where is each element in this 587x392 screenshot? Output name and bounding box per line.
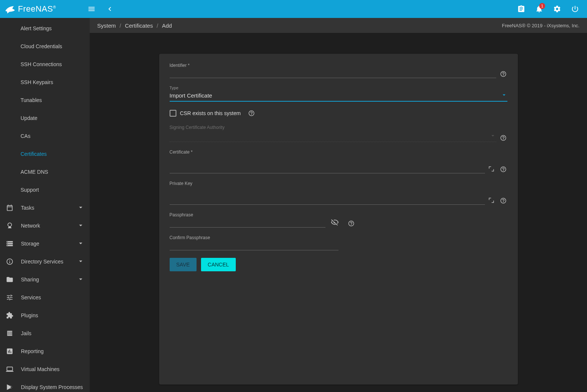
private-key-help-button[interactable] [499,197,507,205]
certificate-fullscreen-button[interactable] [488,166,495,173]
sidebar-item-label: Tasks [21,205,34,211]
chevron-down-icon [77,257,84,266]
certificate-label: Certificate * [170,149,485,155]
private-key-fullscreen-button[interactable] [488,197,495,205]
form-card: Identifier * Type Import Certificate [159,54,518,385]
csr-help-button[interactable] [247,109,256,117]
sidebar-item-jails[interactable]: Jails [0,324,90,342]
passphrase-input[interactable] [170,217,325,228]
topbar-left: FreeNAS® [4,1,117,16]
chevron-left-icon [105,5,114,13]
chevron-down-icon [77,275,84,284]
signing-ca-help-button[interactable] [499,134,507,142]
power-button[interactable] [568,1,583,16]
clipboard-button[interactable] [514,1,529,16]
csr-label: CSR exists on this system [180,110,241,116]
menu-icon [87,5,96,13]
settings-button[interactable] [550,1,565,16]
confirm-passphrase-input[interactable] [170,240,339,250]
sidebar-item-ssh-connections[interactable]: SSH Connections [0,55,90,73]
chevron-down-icon [77,204,84,212]
sidebar-item-ssh-keypairs[interactable]: SSH Keypairs [0,73,90,91]
certificate-textarea[interactable] [170,155,485,173]
globe-icon [5,257,14,266]
sidebar-item-label: Sharing [21,277,39,283]
tune-icon [5,293,14,302]
sidebar-item-label: Plugins [21,312,38,318]
signing-ca-label: Signing Certificate Authority [170,125,496,130]
notification-badge: 1 [539,3,545,9]
sidebar-item-display-processes[interactable]: Display System Processes [0,378,90,392]
sidebar-item-tasks[interactable]: Tasks [0,199,90,217]
private-key-label: Private Key [170,181,485,186]
sidebar-item-label: Display System Processes [21,384,83,390]
breadcrumb-bar: System / Certificates / Add FreeNAS® © 2… [90,18,587,33]
logo[interactable]: FreeNAS® [4,3,81,15]
sidebar-item-cloud-credentials[interactable]: Cloud Credentials [0,37,90,55]
identifier-help-button[interactable] [499,70,507,78]
sidebar-item-label: Network [21,223,40,229]
menu-toggle-button[interactable] [84,1,99,16]
chevron-down-icon [489,132,496,140]
content: Identifier * Type Import Certificate [90,33,587,392]
sidebar-item-cas[interactable]: CAs [0,127,90,145]
breadcrumb-certificates[interactable]: Certificates [125,22,153,29]
type-value: Import Certificate [170,92,212,99]
sidebar-item-reporting[interactable]: Reporting [0,342,90,360]
sidebar: Alert Settings Cloud Credentials SSH Con… [0,18,90,392]
sidebar-item-support[interactable]: Support [0,181,90,199]
back-button[interactable] [102,1,117,16]
cancel-button[interactable]: CANCEL [201,258,236,271]
sidebar-item-directory-services[interactable]: Directory Services [0,253,90,271]
identifier-input[interactable] [170,68,496,78]
sidebar-item-label: Reporting [21,348,44,354]
shark-icon [4,3,16,15]
gear-icon [553,5,561,13]
sidebar-item-update[interactable]: Update [0,109,90,127]
type-label: Type [170,86,507,90]
sidebar-item-tunables[interactable]: Tunables [0,91,90,109]
sidebar-item-plugins[interactable]: Plugins [0,306,90,324]
help-icon [500,71,507,77]
notifications-button[interactable]: 1 [532,1,547,16]
help-icon [248,110,255,117]
sidebar-item-virtual-machines[interactable]: Virtual Machines [0,360,90,378]
private-key-field-wrap: Private Key [170,181,485,205]
save-button[interactable]: SAVE [170,258,197,271]
help-icon [348,220,355,227]
sidebar-item-acme-dns[interactable]: ACME DNS [0,163,90,181]
passphrase-help-button[interactable] [347,219,355,228]
sidebar-item-services[interactable]: Services [0,288,90,306]
identifier-field-wrap: Identifier * [170,63,496,78]
sidebar-item-network[interactable]: Network [0,217,90,235]
type-select[interactable]: Import Certificate [170,90,507,102]
calendar-icon [5,203,14,212]
power-icon [571,5,579,13]
sidebar-item-storage[interactable]: Storage [0,235,90,253]
passphrase-visibility-button[interactable] [331,218,339,228]
passphrase-label: Passphrase [170,212,325,217]
confirm-passphrase-field-wrap: Confirm Passphrase [170,235,339,250]
breadcrumb-system[interactable]: System [97,22,116,29]
sidebar-item-sharing[interactable]: Sharing [0,271,90,288]
breadcrumb-add: Add [162,22,172,29]
sidebar-item-label: Services [21,294,41,300]
sidebar-item-label: Storage [21,241,39,247]
chevron-down-icon [77,240,84,248]
storage-icon [5,239,14,248]
breadcrumb-separator: / [157,22,158,29]
sidebar-item-label: Directory Services [21,259,64,265]
csr-checkbox[interactable] [170,110,176,117]
button-row: SAVE CANCEL [170,258,507,271]
private-key-textarea[interactable] [170,186,485,205]
chart-icon [5,347,14,356]
topbar: FreeNAS® 1 [0,0,587,18]
sidebar-item-alert-settings[interactable]: Alert Settings [0,19,90,37]
sidebar-item-label: Jails [21,330,31,336]
certificate-help-button[interactable] [499,165,507,173]
sidebar-item-certificates[interactable]: Certificates [0,145,90,163]
copyright-text: FreeNAS® © 2019 - iXsystems, Inc. [502,23,580,28]
processes-icon [5,383,14,392]
type-field-wrap: Type Import Certificate [170,86,507,102]
fullscreen-icon [488,166,495,172]
